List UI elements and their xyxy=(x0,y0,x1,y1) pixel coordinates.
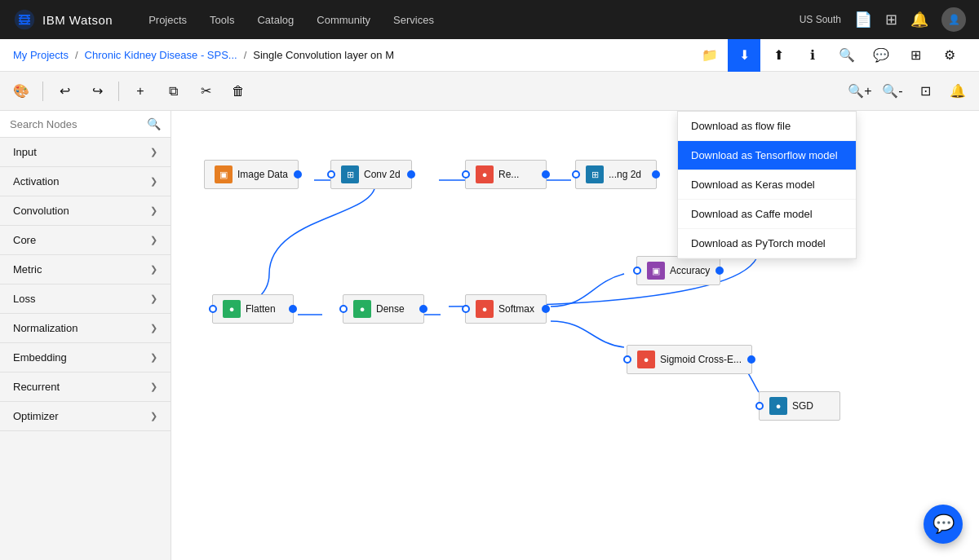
delete-btn[interactable]: 🗑 xyxy=(224,77,253,106)
toolbar-separator-2 xyxy=(118,82,119,101)
chevron-optimizer: ❯ xyxy=(150,411,157,421)
logo-area[interactable]: IBM Watson xyxy=(13,8,113,31)
node-softmax[interactable]: ● Softmax xyxy=(465,294,547,324)
nav-items: Projects Tools Catalog Community Service… xyxy=(139,11,779,29)
category-normalization[interactable]: Normalization ❯ xyxy=(0,314,171,343)
node-flatten[interactable]: ● Flatten xyxy=(212,294,294,324)
breadcrumb-current: Single Convolution layer on M xyxy=(253,49,394,61)
node-relu-port-right[interactable] xyxy=(542,170,550,179)
notifications-btn[interactable]: 🔔 xyxy=(943,77,972,106)
chevron-recurrent: ❯ xyxy=(150,381,157,392)
nav-services[interactable]: Services xyxy=(383,11,444,29)
chevron-convolution: ❯ xyxy=(150,205,157,216)
node-dense[interactable]: ● Dense xyxy=(343,294,424,324)
node-pooling2d-icon: ⊞ xyxy=(586,165,604,183)
node-pooling2d[interactable]: ⊞ ...ng 2d xyxy=(575,160,657,189)
cut-btn[interactable]: ✂ xyxy=(191,77,220,106)
category-optimizer[interactable]: Optimizer ❯ xyxy=(0,402,171,431)
node-flatten-port-left[interactable] xyxy=(209,305,217,313)
node-softmax-port-right[interactable] xyxy=(542,305,550,313)
ibm-logo xyxy=(13,8,36,31)
node-sigmoid[interactable]: ● Sigmoid Cross-E... xyxy=(627,345,752,374)
redo-btn[interactable]: ↪ xyxy=(82,77,112,106)
toolbar-right: 🔍+ 🔍- ⊡ 🔔 xyxy=(845,77,972,106)
search-nodes-input[interactable] xyxy=(10,118,147,130)
grid-btn[interactable]: ⊞ xyxy=(899,39,932,72)
chevron-metric: ❯ xyxy=(150,264,157,275)
category-activation[interactable]: Activation ❯ xyxy=(0,167,171,196)
breadcrumb: My Projects / Chronic Kidney Disease - S… xyxy=(0,39,979,72)
category-metric[interactable]: Metric ❯ xyxy=(0,255,171,284)
user-avatar[interactable]: 👤 xyxy=(941,7,966,32)
nav-catalog[interactable]: Catalog xyxy=(247,11,303,29)
node-image-data-port-right[interactable] xyxy=(294,170,302,179)
open-folder-btn[interactable]: 📁 xyxy=(693,39,726,72)
node-dense-icon: ● xyxy=(353,300,371,318)
node-flatten-label: Flatten xyxy=(246,303,276,315)
node-image-data[interactable]: ▣ Image Data xyxy=(204,160,299,189)
category-embedding[interactable]: Embedding ❯ xyxy=(0,343,171,373)
nav-projects[interactable]: Projects xyxy=(139,11,197,29)
node-image-data-icon: ▣ xyxy=(215,165,233,183)
node-sigmoid-port-left[interactable] xyxy=(623,355,631,364)
node-conv2d-port-right[interactable] xyxy=(407,170,415,179)
search-canvas-btn[interactable]: 🔍 xyxy=(831,39,863,72)
node-pooling2d-port-left[interactable] xyxy=(572,170,580,179)
category-loss[interactable]: Loss ❯ xyxy=(0,284,171,314)
node-sgd-label: SGD xyxy=(792,400,813,412)
fit-view-btn[interactable]: ⊡ xyxy=(910,77,940,106)
node-conv2d-port-left[interactable] xyxy=(327,170,335,179)
node-dense-port-left[interactable] xyxy=(339,305,348,313)
breadcrumb-project[interactable]: Chronic Kidney Disease - SPS... xyxy=(85,49,237,61)
download-caffe[interactable]: Download as Caffe model xyxy=(678,200,856,229)
node-softmax-label: Softmax xyxy=(498,303,534,315)
node-sgd-port-left[interactable] xyxy=(755,402,764,410)
top-navigation: IBM Watson Projects Tools Catalog Commun… xyxy=(0,0,979,39)
node-sgd[interactable]: ● SGD xyxy=(759,391,840,421)
palette-btn[interactable]: 🎨 xyxy=(7,77,36,106)
add-node-btn[interactable]: + xyxy=(126,77,155,106)
info-btn[interactable]: ℹ xyxy=(796,39,829,72)
download-flow-file[interactable]: Download as flow file xyxy=(678,112,856,141)
node-flatten-port-right[interactable] xyxy=(289,305,297,313)
chat-button[interactable]: 💬 xyxy=(924,505,963,544)
settings-btn[interactable]: ⚙ xyxy=(933,39,966,72)
category-input[interactable]: Input ❯ xyxy=(0,138,171,167)
node-accuracy-icon: ▣ xyxy=(647,262,665,280)
node-accuracy-port-right[interactable] xyxy=(715,267,724,275)
node-accuracy[interactable]: ▣ Accuracy xyxy=(636,256,720,285)
notification-icon[interactable]: 🔔 xyxy=(910,11,928,29)
node-accuracy-port-left[interactable] xyxy=(633,267,641,275)
category-core[interactable]: Core ❯ xyxy=(0,226,171,255)
node-relu[interactable]: ● Re... xyxy=(465,160,547,189)
node-softmax-port-left[interactable] xyxy=(462,305,470,313)
zoom-in-btn[interactable]: 🔍+ xyxy=(845,77,875,106)
download-tensorflow[interactable]: Download as Tensorflow model xyxy=(678,141,856,170)
flow-canvas[interactable]: ▣ Image Data ⊞ Conv 2d ● Re... ⊞ ...ng 2… xyxy=(171,111,979,560)
node-pooling2d-port-right[interactable] xyxy=(652,170,660,179)
download-btn[interactable]: ⬇ xyxy=(728,39,760,72)
node-relu-port-left[interactable] xyxy=(462,170,470,179)
copy-btn[interactable]: ⧉ xyxy=(158,77,188,106)
node-sigmoid-port-right[interactable] xyxy=(747,355,755,364)
zoom-out-btn[interactable]: 🔍- xyxy=(878,77,907,106)
node-conv2d[interactable]: ⊞ Conv 2d xyxy=(330,160,412,189)
category-recurrent[interactable]: Recurrent ❯ xyxy=(0,373,171,402)
breadcrumb-my-projects[interactable]: My Projects xyxy=(13,49,69,61)
download-pytorch[interactable]: Download as PyTorch model xyxy=(678,229,856,258)
nav-tools[interactable]: Tools xyxy=(200,11,244,29)
search-box[interactable]: 🔍 xyxy=(0,111,171,138)
comment-btn[interactable]: 💬 xyxy=(865,39,897,72)
breadcrumb-actions: 📁 ⬇ ⬆ ℹ 🔍 💬 ⊞ ⚙ xyxy=(693,39,966,72)
node-relu-label: Re... xyxy=(498,169,519,180)
undo-btn[interactable]: ↩ xyxy=(50,77,79,106)
nav-community[interactable]: Community xyxy=(307,11,380,29)
download-keras[interactable]: Download as Keras model xyxy=(678,170,856,200)
document-icon[interactable]: 📄 xyxy=(854,11,872,29)
category-convolution[interactable]: Convolution ❯ xyxy=(0,196,171,226)
search-nodes-icon: 🔍 xyxy=(147,117,161,130)
node-conv2d-icon: ⊞ xyxy=(341,165,359,183)
node-dense-port-right[interactable] xyxy=(419,305,427,313)
upload-btn[interactable]: ⬆ xyxy=(762,39,795,72)
dashboard-icon[interactable]: ⊞ xyxy=(885,11,897,29)
